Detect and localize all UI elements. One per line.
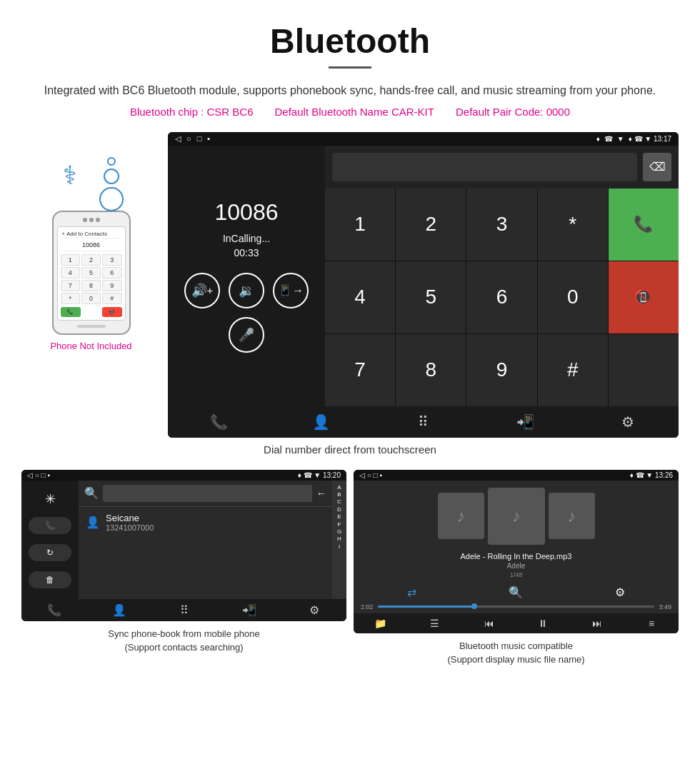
key-5[interactable]: 5 — [396, 261, 466, 333]
key-4[interactable]: 4 — [325, 261, 395, 333]
dial-bottom-nav: 📞 👤 ⠿ 📲 ⚙ — [168, 406, 679, 438]
phone-key-2[interactable]: 2 — [81, 254, 101, 266]
phone-key-1[interactable]: 1 — [61, 254, 80, 266]
nav-contacts-icon[interactable]: 👤 — [270, 413, 372, 431]
eq-icon[interactable]: ⚙ — [615, 585, 625, 599]
pb-body: ✳ 📞 ↻ 🗑 🔍 ← 👤 Seicane 132 — [21, 481, 346, 599]
current-time: 2:02 — [361, 603, 374, 610]
phone-number-display: 10086 — [61, 239, 122, 251]
key-3[interactable]: 3 — [466, 189, 536, 261]
volume-down-button[interactable]: 🔉 — [229, 273, 264, 308]
music-nav-eq[interactable]: ≡ — [624, 618, 679, 629]
progress-track[interactable] — [378, 605, 655, 608]
location-icon: ♦ — [596, 135, 600, 143]
dial-input-row: ⌫ — [325, 146, 679, 189]
alpha-h[interactable]: H — [337, 536, 341, 543]
pb-nav-settings[interactable]: ⚙ — [281, 603, 346, 617]
pb-contact-row[interactable]: 👤 Seicane 13241007000 — [79, 507, 332, 538]
delete-button[interactable]: ⌫ — [643, 153, 671, 181]
phone-green-call-button[interactable]: 📞 — [61, 307, 81, 317]
music-screen: ◁ ○ □ ▪ ♦ ☎ ▼ 13:26 ♪ ♪ ♪ Adele - Rollin… — [354, 470, 679, 633]
delete-sidebar-button[interactable]: 🗑 — [29, 571, 71, 588]
alpha-b[interactable]: B — [337, 491, 341, 498]
pb-nav-transfer[interactable]: 📲 — [216, 603, 281, 617]
progress-fill — [378, 605, 475, 608]
key-6[interactable]: 6 — [466, 261, 536, 333]
call-button[interactable]: 📞 — [609, 189, 679, 261]
alpha-f[interactable]: F — [338, 521, 341, 528]
phone-add-contacts: + Add to Contacts — [61, 230, 122, 238]
phone-key-5[interactable]: 5 — [81, 267, 101, 278]
phone-key-0[interactable]: 0 — [81, 293, 101, 304]
status-icons: ♦ ☎ ▼ ♦ ☎ ▼ 13:17 — [596, 135, 671, 143]
home-icon[interactable]: ○ — [186, 134, 191, 144]
pb-nav-calls[interactable]: 📞 — [21, 603, 86, 617]
nav-keypad-icon[interactable]: ⠿ — [372, 413, 474, 431]
alpha-i[interactable]: I — [339, 543, 340, 551]
call-icon: ☎ — [604, 135, 613, 143]
music-nav-next[interactable]: ⏭ — [570, 618, 624, 629]
key-7[interactable]: 7 — [325, 334, 395, 406]
key-star[interactable]: * — [538, 189, 608, 261]
volume-up-button[interactable]: 🔊+ — [184, 273, 220, 308]
music-nav-list[interactable]: ☰ — [408, 618, 462, 629]
phone-key-7[interactable]: 7 — [61, 280, 80, 291]
phone-key-9[interactable]: 9 — [102, 280, 121, 291]
alpha-g[interactable]: G — [337, 528, 341, 536]
recents-icon[interactable]: □ — [197, 134, 202, 144]
pb-bottom-nav: 📞 👤 ⠿ 📲 ⚙ — [21, 599, 346, 621]
phone-key-8[interactable]: 8 — [81, 280, 101, 291]
key-hash[interactable]: # — [538, 334, 608, 406]
phone-key-6[interactable]: 6 — [102, 267, 121, 278]
alpha-e[interactable]: E — [337, 513, 341, 521]
phone-key-star[interactable]: * — [61, 293, 80, 304]
call-sidebar-button[interactable]: 📞 — [29, 517, 71, 534]
phone-key-hash[interactable]: # — [102, 293, 121, 304]
transfer-button[interactable]: 📱→ — [273, 273, 309, 308]
key-0[interactable]: 0 — [538, 261, 608, 333]
music-album-area: ♪ ♪ ♪ — [354, 481, 679, 552]
nav-settings-icon[interactable]: ⚙ — [576, 413, 679, 431]
pb-nav-contacts[interactable]: 👤 — [86, 603, 151, 617]
specs-row: Bluetooth chip : CSR BC6 Default Bluetoo… — [43, 106, 657, 118]
spec-chip: Bluetooth chip : CSR BC6 — [130, 106, 254, 118]
alpha-d[interactable]: D — [337, 506, 341, 513]
refresh-sidebar-button[interactable]: ↻ — [29, 544, 71, 561]
phone-keypad: 1 2 3 4 5 6 7 8 9 * 0 # — [61, 254, 122, 304]
phone-screen: + Add to Contacts 10086 1 2 3 4 5 6 7 8 … — [57, 226, 126, 321]
nav-buttons: ◁ ○ □ ▪ — [175, 134, 210, 144]
phone-red-call-button[interactable]: 📵 — [102, 307, 122, 317]
pb-status-icons: ♦ ☎ ▼ ♦ ☎ ▼ 13:2013:20 — [298, 471, 341, 479]
key-2[interactable]: 2 — [396, 189, 466, 261]
phone-key-4[interactable]: 4 — [61, 267, 80, 278]
key-8[interactable]: 8 — [396, 334, 466, 406]
album-art-left: ♪ — [438, 493, 484, 539]
key-1[interactable]: 1 — [325, 189, 395, 261]
back-icon[interactable]: ◁ — [175, 134, 181, 144]
album-art-right: ♪ — [549, 493, 595, 539]
music-nav-play[interactable]: ⏸ — [516, 618, 570, 629]
pb-nav-keypad[interactable]: ⠿ — [151, 603, 216, 617]
music-nav-folder[interactable]: 📁 — [354, 618, 408, 629]
alpha-a[interactable]: A — [337, 484, 341, 491]
pb-back-icon[interactable]: ← — [316, 488, 326, 499]
album-art-center: ♪ — [488, 488, 545, 545]
alpha-c[interactable]: C — [337, 498, 341, 506]
search-input[interactable] — [103, 485, 312, 502]
search-music-icon[interactable]: 🔍 — [509, 585, 523, 599]
key-9[interactable]: 9 — [466, 334, 536, 406]
contact-name: Seicane — [106, 513, 154, 523]
nav-calls-icon[interactable]: 📞 — [168, 413, 270, 431]
music-caption: Bluetooth music compatible (Support disp… — [447, 639, 584, 667]
music-nav-prev[interactable]: ⏮ — [462, 618, 516, 629]
wifi-icon: ▼ — [617, 135, 624, 143]
keypad-panel: ⌫ 1 2 3 * 📞 4 5 6 0 📵 7 8 9 # — [325, 146, 679, 406]
dial-input-box[interactable] — [332, 153, 637, 181]
screenshot-icon[interactable]: ▪ — [207, 134, 210, 144]
end-call-button[interactable]: 📵 — [609, 261, 679, 333]
microphone-button[interactable]: 🎤 — [229, 317, 264, 353]
music-info: Adele - Rolling In the Deep.mp3 Adele 1/… — [354, 552, 679, 583]
shuffle-icon[interactable]: ⇄ — [407, 585, 416, 599]
phone-key-3[interactable]: 3 — [102, 254, 121, 266]
nav-transfer-icon[interactable]: 📲 — [474, 413, 576, 431]
